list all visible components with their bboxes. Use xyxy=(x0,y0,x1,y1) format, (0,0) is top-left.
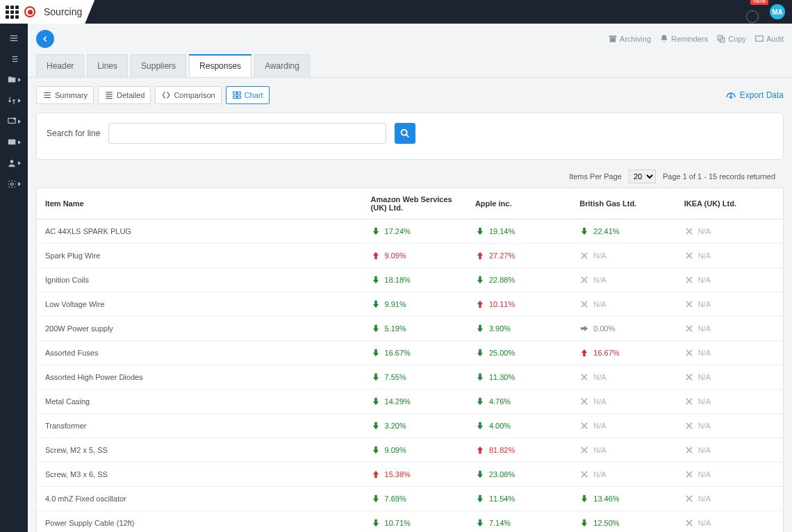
table-row[interactable]: Power Supply Cable (12ft)10.71%7.14%12.5… xyxy=(37,511,783,533)
sidebar-item-book[interactable] xyxy=(0,132,28,153)
x-icon xyxy=(579,372,589,382)
tab-lines[interactable]: Lines xyxy=(87,54,128,77)
x-icon xyxy=(579,299,589,309)
x-icon xyxy=(684,324,694,333)
cell-value: 7.14% xyxy=(489,519,511,527)
table-row[interactable]: 4.0 mhZ Fixed oscillator7.69%11.54%13.46… xyxy=(37,487,783,511)
table-row[interactable]: 200W Power supply5.19%3.90%0.00%N/A xyxy=(37,317,783,341)
svg-line-29 xyxy=(406,135,409,138)
value-cell: N/A xyxy=(579,421,673,431)
table-row[interactable]: AC 44XLS SPARK PLUG17.24%19.14%22.41%N/A xyxy=(37,219,783,244)
table-row[interactable]: Screw, M3 x 6, SS15.38%23.08%N/AN/A xyxy=(37,463,783,487)
audit-button[interactable]: Audit xyxy=(754,34,784,44)
topbar: Sourcing New MA xyxy=(0,0,792,24)
cell-value: N/A xyxy=(593,373,606,381)
tab-awarding[interactable]: Awarding xyxy=(254,54,310,77)
sidebar-item-transfer[interactable] xyxy=(0,90,28,111)
col-supplier-1[interactable]: Amazon Web Services (UK) Ltd. xyxy=(365,188,470,219)
toolbar-actions: Archiving Reminders Copy Audit xyxy=(608,34,784,44)
col-supplier-2[interactable]: Apple inc. xyxy=(470,188,574,219)
search-input[interactable] xyxy=(108,123,386,144)
value-cell: N/A xyxy=(684,226,777,236)
viewmode-detailed[interactable]: Detailed xyxy=(98,86,151,104)
user-avatar[interactable]: MA xyxy=(770,4,785,19)
archiving-button[interactable]: Archiving xyxy=(608,34,651,44)
value-cell: N/A xyxy=(579,469,673,479)
table-row[interactable]: Ignition Coils18.18%22.88%N/AN/A xyxy=(37,268,783,292)
table-row[interactable]: Metal Casing14.29%4.76%N/AN/A xyxy=(37,390,783,414)
x-icon xyxy=(684,494,694,504)
cell-value: 7.55% xyxy=(385,373,406,381)
viewmode-comparison[interactable]: Comparison xyxy=(155,86,221,104)
value-cell: 23.08% xyxy=(475,469,568,479)
arrow-down-icon xyxy=(475,372,485,382)
item-name-cell: 200W Power supply xyxy=(37,317,365,341)
cell-value: N/A xyxy=(698,227,711,235)
sidebar-item-list[interactable] xyxy=(0,49,28,69)
items-per-page-select[interactable]: 20 xyxy=(629,169,656,183)
arrow-down-icon xyxy=(371,226,381,236)
cell-value: 81.82% xyxy=(489,446,515,454)
table-row[interactable]: Spark Plug Wire9.09%27.27%N/AN/A xyxy=(37,244,783,268)
export-data-button[interactable]: Export Data xyxy=(725,89,784,101)
sidebar-item-user[interactable] xyxy=(0,153,28,174)
cell-value: N/A xyxy=(593,300,606,308)
item-name-cell: Transformer xyxy=(37,414,365,438)
table-row[interactable]: Screw, M2 x 5, SS9.09%81.82%N/AN/A xyxy=(37,438,783,463)
viewmode-summary-label: Summary xyxy=(55,91,88,99)
viewmode-chart[interactable]: Chart xyxy=(226,86,270,104)
col-supplier-4[interactable]: IKEA (UK) Ltd. xyxy=(679,188,783,219)
topbar-left: Sourcing xyxy=(0,0,94,24)
cell-value: 19.14% xyxy=(489,227,515,235)
cell-value: 25.00% xyxy=(489,349,515,357)
svg-point-11 xyxy=(10,160,14,163)
search-button[interactable] xyxy=(395,123,415,144)
value-cell: 9.91% xyxy=(371,299,464,309)
table-row[interactable]: Assorted High Power Diodes7.55%11.30%N/A… xyxy=(37,365,783,390)
arrow-down-icon xyxy=(371,348,381,358)
arrow-down-icon xyxy=(475,348,485,358)
table-row[interactable]: Low Voltage Wire9.91%10.11%N/AN/A xyxy=(37,292,783,317)
apps-menu-icon[interactable] xyxy=(6,6,19,19)
item-name-cell: Screw, M3 x 6, SS xyxy=(37,463,365,487)
cell-value: N/A xyxy=(698,324,711,333)
value-cell: N/A xyxy=(579,275,673,285)
arrow-down-icon xyxy=(371,494,381,504)
arrow-down-icon xyxy=(475,518,485,528)
table-row[interactable]: Transformer3.20%4.00%N/AN/A xyxy=(37,414,783,438)
reminders-button[interactable]: Reminders xyxy=(659,34,708,44)
sidebar-menu-button[interactable] xyxy=(0,28,28,49)
reminders-label: Reminders xyxy=(671,35,708,43)
cell-value: 11.30% xyxy=(489,373,515,381)
col-supplier-3[interactable]: British Gas Ltd. xyxy=(574,188,678,219)
value-cell: 15.38% xyxy=(371,469,464,479)
copy-button[interactable]: Copy xyxy=(716,34,746,44)
arrow-down-icon xyxy=(371,518,381,528)
col-item-name[interactable]: Item Name xyxy=(37,188,365,219)
cell-value: 7.69% xyxy=(385,494,406,503)
value-cell: 10.11% xyxy=(475,299,568,309)
svg-rect-24 xyxy=(233,92,236,94)
arrow-up-icon xyxy=(371,469,381,479)
tab-suppliers[interactable]: Suppliers xyxy=(131,54,186,77)
value-cell: 0.00% xyxy=(579,324,673,333)
item-name-cell: Power Supply Cable (12ft) xyxy=(37,511,365,533)
cell-value: 9.09% xyxy=(385,251,406,260)
x-icon xyxy=(684,421,694,431)
tab-responses[interactable]: Responses xyxy=(189,54,251,77)
sidebar-item-settings[interactable] xyxy=(0,174,28,194)
table-row[interactable]: Assorted Fuses16.67%25.00%16.67%N/A xyxy=(37,341,783,365)
svg-rect-25 xyxy=(237,92,240,94)
sidebar-item-device[interactable] xyxy=(0,111,28,132)
tab-header[interactable]: Header xyxy=(36,54,84,77)
cell-value: N/A xyxy=(593,446,606,454)
back-button[interactable] xyxy=(36,30,54,48)
value-cell: N/A xyxy=(684,275,777,285)
viewmode-summary[interactable]: Summary xyxy=(36,86,94,104)
sidebar-item-folder[interactable] xyxy=(0,69,28,90)
cell-value: 9.91% xyxy=(385,300,406,308)
arrow-up-icon xyxy=(475,251,485,260)
notifications-button[interactable]: New xyxy=(746,1,764,23)
value-cell: 19.14% xyxy=(475,226,568,236)
viewmode-detailed-label: Detailed xyxy=(117,91,145,99)
